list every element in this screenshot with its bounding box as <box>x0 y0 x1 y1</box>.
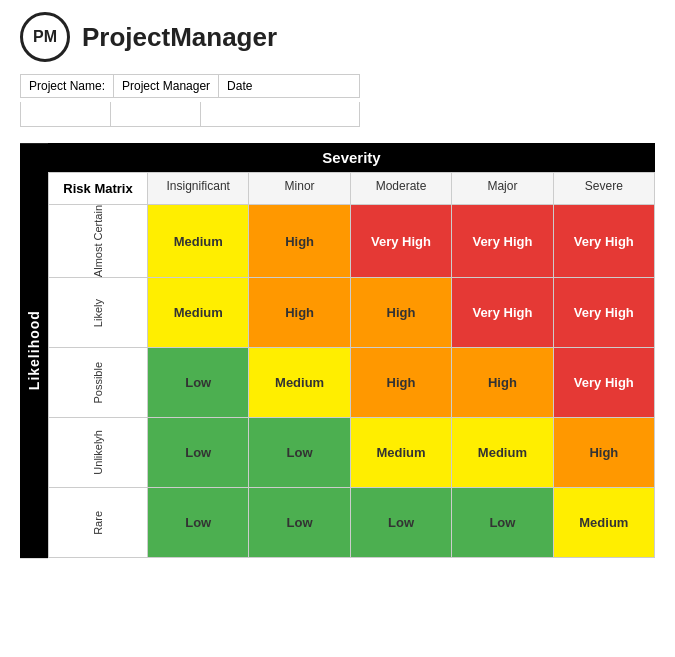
data-row-3: UnlikelyhLowLowMediumMediumHigh <box>48 418 655 488</box>
cell-0-1: High <box>249 205 350 278</box>
cell-1-3: Very High <box>452 278 553 348</box>
cell-2-4: Very High <box>554 348 655 418</box>
row-label-text-0: Almost Certain <box>92 205 104 277</box>
cell-3-3: Medium <box>452 418 553 488</box>
likelihood-label: Likelihood <box>20 143 48 558</box>
form-label-row: Project Name: Project Manager Date <box>20 74 360 98</box>
cell-4-2: Low <box>351 488 452 558</box>
row-label-1: Likely <box>48 278 148 348</box>
risk-matrix-label: Risk Matrix <box>48 172 148 205</box>
cell-3-4: High <box>554 418 655 488</box>
row-label-4: Rare <box>48 488 148 558</box>
data-row-0: Almost CertainMediumHighVery HighVery Hi… <box>48 205 655 278</box>
cell-0-2: Very High <box>351 205 452 278</box>
risk-matrix-container: Likelihood Severity Risk Matrix Insignif… <box>20 143 655 558</box>
row-label-3: Unlikelyh <box>48 418 148 488</box>
sub-header-row: Risk Matrix Insignificant Minor Moderate… <box>48 172 655 205</box>
cell-0-0: Medium <box>148 205 249 278</box>
header: PM ProjectManager <box>0 0 675 74</box>
project-name-value[interactable] <box>21 102 111 126</box>
cell-2-3: High <box>452 348 553 418</box>
col-header-1: Minor <box>249 172 350 205</box>
col-header-4: Severe <box>554 172 655 205</box>
cell-2-2: High <box>351 348 452 418</box>
cell-2-0: Low <box>148 348 249 418</box>
severity-header: Severity <box>48 143 655 172</box>
date-value[interactable] <box>201 102 291 126</box>
matrix-table-area: Severity Risk Matrix Insignificant Minor… <box>48 143 655 558</box>
form-value-row <box>20 102 360 127</box>
row-label-text-4: Rare <box>92 511 104 535</box>
project-name-label: Project Name: <box>21 75 114 97</box>
logo-text: PM <box>33 28 57 46</box>
col-header-2: Moderate <box>351 172 452 205</box>
cell-4-4: Medium <box>554 488 655 558</box>
project-manager-label: Project Manager <box>114 75 219 97</box>
cell-0-4: Very High <box>554 205 655 278</box>
col-header-3: Major <box>452 172 553 205</box>
col-header-0: Insignificant <box>148 172 249 205</box>
cell-3-2: Medium <box>351 418 452 488</box>
cell-4-1: Low <box>249 488 350 558</box>
cell-1-1: High <box>249 278 350 348</box>
cell-3-0: Low <box>148 418 249 488</box>
cell-1-4: Very High <box>554 278 655 348</box>
row-label-text-3: Unlikelyh <box>92 430 104 475</box>
row-label-0: Almost Certain <box>48 205 148 278</box>
project-manager-value[interactable] <box>111 102 201 126</box>
cell-2-1: Medium <box>249 348 350 418</box>
cell-0-3: Very High <box>452 205 553 278</box>
cell-4-3: Low <box>452 488 553 558</box>
data-row-4: RareLowLowLowLowMedium <box>48 488 655 558</box>
data-rows: Almost CertainMediumHighVery HighVery Hi… <box>48 205 655 558</box>
cell-4-0: Low <box>148 488 249 558</box>
row-label-2: Possible <box>48 348 148 418</box>
logo: PM <box>20 12 70 62</box>
cell-1-2: High <box>351 278 452 348</box>
data-row-1: LikelyMediumHighHighVery HighVery High <box>48 278 655 348</box>
data-row-2: PossibleLowMediumHighHighVery High <box>48 348 655 418</box>
date-label: Date <box>219 75 309 97</box>
cell-1-0: Medium <box>148 278 249 348</box>
matrix-wrapper: Likelihood Severity Risk Matrix Insignif… <box>20 143 655 558</box>
app-title: ProjectManager <box>82 22 277 53</box>
row-label-text-1: Likely <box>92 299 104 327</box>
cell-3-1: Low <box>249 418 350 488</box>
row-label-text-2: Possible <box>92 362 104 404</box>
